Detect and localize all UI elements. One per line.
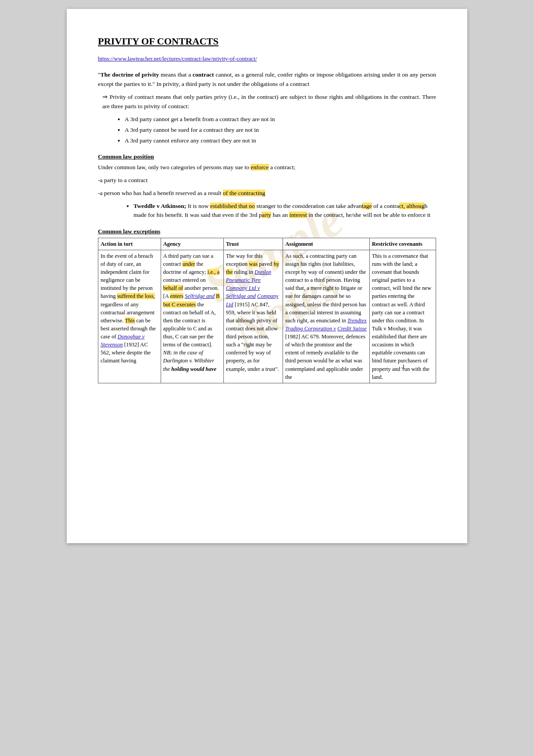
page: SampleNotes PRIVITY OF CONTRACTS https:/… <box>67 9 467 543</box>
selfridge-company-link[interactable]: Selfridge and <box>226 293 256 299</box>
cell-assignment: As such, a contracting party can assign … <box>283 250 370 383</box>
exceptions-table: Action in tort Agency Trust Assignment R… <box>98 238 436 383</box>
col-header-restrictive: Restrictive covenants <box>369 238 436 250</box>
tweddle-item: Tweddle v Atkinson; It is now establishe… <box>134 202 436 220</box>
cell-tort: In the event of a breach of duty of care… <box>98 250 161 383</box>
selfridge-link[interactable]: Selfridge and <box>185 293 214 299</box>
company-link[interactable]: Company Ltd v <box>226 285 260 291</box>
bullet-item-3: A 3rd party cannot enforce any contract … <box>125 136 436 145</box>
col-header-trust: Trust <box>223 238 283 250</box>
bullet-item-2: A 3rd party cannot be sued for a contrac… <box>125 126 436 134</box>
trendtex-link[interactable]: Trendtex <box>348 317 367 324</box>
common-law-text3: -a person who has had a benefit reserved… <box>98 189 436 198</box>
page-number: 1 <box>402 363 405 370</box>
common-law-heading: Common law position <box>98 153 436 160</box>
col-header-agency: Agency <box>161 238 223 250</box>
intro-paragraph: "The doctrine of privity means that a co… <box>98 70 436 89</box>
cell-agency: A third party can sue a contract under t… <box>161 250 223 383</box>
arrow-paragraph: ⇒ Privity of contract means that only pa… <box>102 93 436 111</box>
tweddle-list: Tweddle v Atkinson; It is now establishe… <box>134 202 436 220</box>
exceptions-heading: Common law exceptions <box>98 228 436 235</box>
cell-trust: The way for this exception was paved by … <box>223 250 283 383</box>
col-header-assignment: Assignment <box>283 238 370 250</box>
common-law-text2: -a party to a contract <box>98 176 436 185</box>
credit-suisse-link[interactable]: Credit Suisse <box>337 325 367 332</box>
dunlop-link[interactable]: Dunlop Pneumatic Tyre <box>226 269 271 283</box>
bullet-item-1: A 3rd party cannot get a benefit from a … <box>125 115 436 124</box>
selfridge-company2-link[interactable]: Company <box>257 293 279 299</box>
url-link[interactable]: https://www.lawteacher.net/lectures/cont… <box>98 55 436 62</box>
donoghue-link[interactable]: Donoghue v Stevenson <box>101 333 145 348</box>
bullet-list: A 3rd party cannot get a benefit from a … <box>125 115 436 146</box>
trading-corp-link[interactable]: Trading Corporation v <box>285 325 336 332</box>
common-law-text1: Under common law, only two categories of… <box>98 163 436 172</box>
page-title: PRIVITY OF CONTRACTS <box>98 36 436 47</box>
col-header-tort: Action in tort <box>98 238 161 250</box>
ltd-link[interactable]: Ltd <box>226 301 234 308</box>
content: PRIVITY OF CONTRACTS https://www.lawteac… <box>98 36 436 383</box>
